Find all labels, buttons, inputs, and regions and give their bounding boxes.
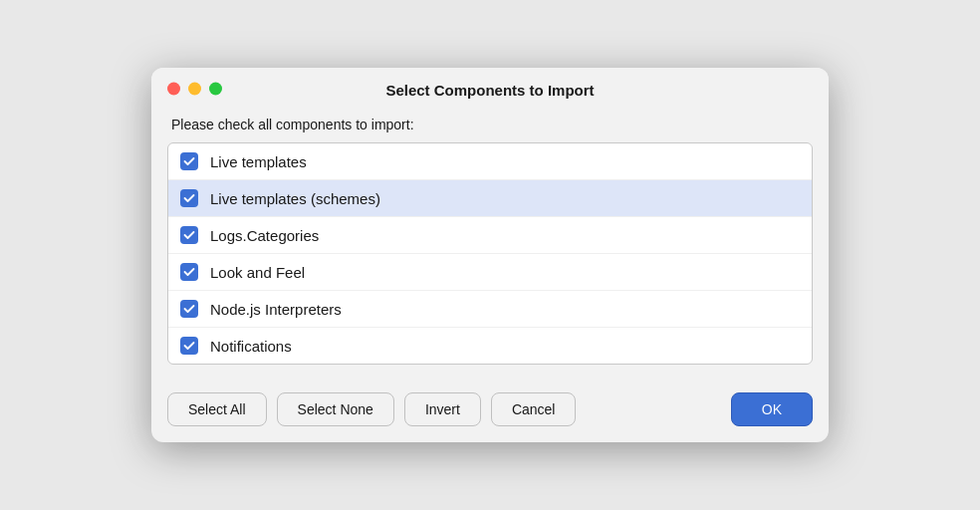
checkbox-icon bbox=[180, 300, 198, 318]
invert-button[interactable]: Invert bbox=[404, 392, 481, 426]
list-item[interactable]: Look and Feel bbox=[168, 254, 812, 291]
item-label: Notifications bbox=[210, 338, 292, 355]
title-bar: Select Components to Import bbox=[151, 68, 829, 109]
cancel-button[interactable]: Cancel bbox=[491, 392, 577, 426]
checkbox-icon bbox=[180, 226, 198, 244]
close-button[interactable] bbox=[167, 82, 180, 95]
window-controls bbox=[167, 82, 222, 95]
select-all-button[interactable]: Select All bbox=[167, 392, 267, 426]
list-item[interactable]: Notifications bbox=[168, 328, 812, 364]
minimize-button[interactable] bbox=[188, 82, 201, 95]
item-label: Node.js Interpreters bbox=[210, 301, 342, 318]
dialog: Select Components to Import Please check… bbox=[151, 68, 829, 442]
checkbox-icon bbox=[180, 189, 198, 207]
list-item[interactable]: Live templates (schemes) bbox=[168, 180, 812, 217]
list-item[interactable]: Live templates bbox=[168, 143, 812, 180]
checkbox-icon bbox=[180, 152, 198, 170]
dialog-body: Please check all components to import: L… bbox=[151, 109, 829, 381]
list-item[interactable]: Logs.Categories bbox=[168, 217, 812, 254]
dialog-title: Select Components to Import bbox=[385, 82, 594, 99]
item-label: Look and Feel bbox=[210, 264, 305, 281]
checkbox-icon bbox=[180, 337, 198, 355]
item-label: Live templates bbox=[210, 153, 307, 170]
maximize-button[interactable] bbox=[209, 82, 222, 95]
list-item[interactable]: Node.js Interpreters bbox=[168, 291, 812, 328]
item-label: Logs.Categories bbox=[210, 227, 319, 244]
ok-button[interactable]: OK bbox=[731, 392, 813, 426]
item-label: Live templates (schemes) bbox=[210, 190, 380, 207]
select-none-button[interactable]: Select None bbox=[277, 392, 394, 426]
footer: Select All Select None Invert Cancel OK bbox=[151, 381, 829, 442]
components-list: Live templates Live templates (schemes) … bbox=[167, 142, 813, 365]
instruction-text: Please check all components to import: bbox=[167, 117, 813, 132]
checkbox-icon bbox=[180, 263, 198, 281]
